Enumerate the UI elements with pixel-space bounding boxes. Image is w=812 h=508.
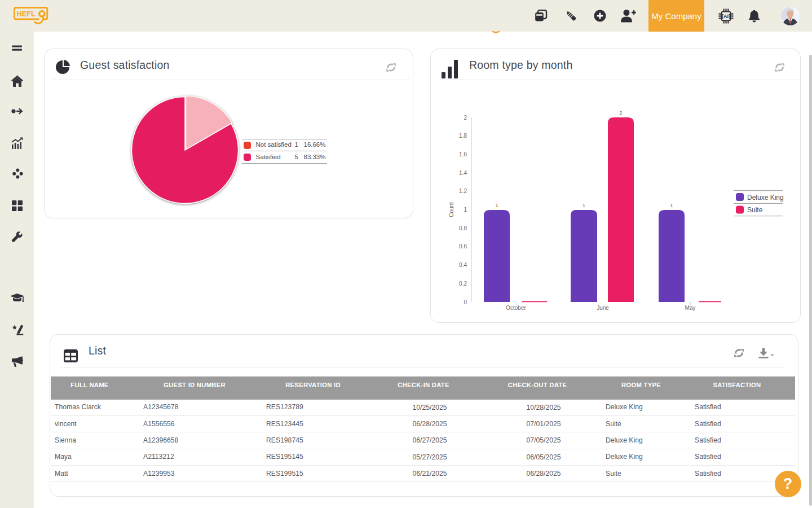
svg-text:0.6: 0.6 [459,243,467,249]
svg-text:1.8: 1.8 [459,133,467,139]
svg-text:Deluxe King: Deluxe King [747,194,784,202]
svg-text:1.4: 1.4 [459,170,467,176]
svg-text:0.2: 0.2 [459,281,467,287]
svg-text:1.2: 1.2 [459,188,467,194]
svg-text:Count: Count [448,202,454,217]
svg-text:0.4: 0.4 [459,262,467,268]
svg-text:1: 1 [464,207,467,213]
svg-text:October: October [506,305,526,311]
svg-text:1: 1 [582,202,585,208]
svg-text:[AI]: [AI] [722,14,730,19]
svg-text:1.6: 1.6 [459,151,467,157]
svg-text:0: 0 [464,299,467,305]
svg-text:2: 2 [619,110,622,116]
svg-text:Suite: Suite [747,206,763,214]
svg-text:May: May [685,305,696,311]
svg-text:0.8: 0.8 [459,225,467,231]
svg-text:HEFL: HEFL [17,10,36,18]
svg-text:1: 1 [670,202,673,208]
svg-text:2: 2 [464,115,467,121]
svg-text:1: 1 [495,202,498,208]
svg-text:June: June [597,305,609,311]
